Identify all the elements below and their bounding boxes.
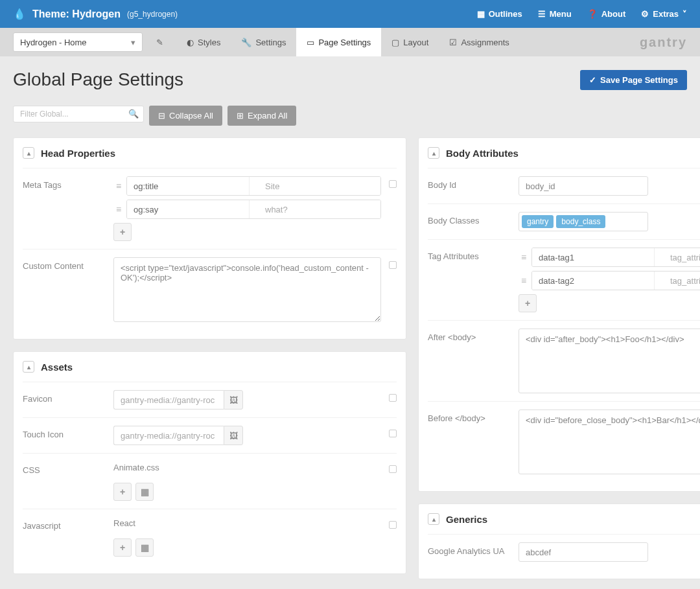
topbar-right: ▦Outlines ☰Menu ❓About ⚙Extras˅ xyxy=(477,9,687,19)
nav-tabs: ◐Styles 🔧Settings ▭Page Settings ▢Layout… xyxy=(176,28,520,56)
touch-icon-input[interactable] xyxy=(113,426,224,445)
theme-id: (g5_hydrogen) xyxy=(127,10,178,19)
meta-tags-list: ≡ ➤ ≡ ➤ xyxy=(113,176,381,241)
drag-handle-icon[interactable]: ≡ xyxy=(113,181,124,191)
nav-outlines[interactable]: ▦Outlines xyxy=(477,9,522,19)
meta-key-input[interactable] xyxy=(127,200,249,218)
add-meta-button[interactable]: + xyxy=(113,223,132,241)
kv-row: ≡ ➤ xyxy=(519,248,700,267)
field-label: Google Analytics UA xyxy=(428,542,519,562)
topbar: 💧 Theme: Hydrogen (g5_hydrogen) ▦Outline… xyxy=(0,0,700,28)
override-checkbox[interactable] xyxy=(389,261,397,269)
override-checkbox[interactable] xyxy=(389,521,397,529)
check-icon: ☑ xyxy=(449,38,457,47)
add-js-button[interactable]: + xyxy=(113,538,132,557)
meta-tags-row: Meta Tags ≡ ➤ ≡ xyxy=(23,168,397,249)
tag[interactable]: gantry xyxy=(522,215,554,228)
nav-extras[interactable]: ⚙Extras˅ xyxy=(641,9,687,19)
tab-settings[interactable]: 🔧Settings xyxy=(231,28,296,56)
drag-handle-icon[interactable]: ≡ xyxy=(113,204,124,214)
override-checkbox[interactable] xyxy=(389,465,397,473)
override-checkbox[interactable] xyxy=(389,394,397,402)
ga-input[interactable] xyxy=(519,542,648,562)
meta-value-input[interactable] xyxy=(250,200,380,218)
nav-menu[interactable]: ☰Menu xyxy=(538,9,572,19)
drag-handle-icon[interactable]: ≡ xyxy=(519,275,529,286)
js-item[interactable]: React xyxy=(113,517,381,528)
left-column: ▴ Head Properties Meta Tags ≡ ➤ xyxy=(13,137,406,579)
tab-settings-label: Settings xyxy=(255,38,286,47)
edit-outline-button[interactable]: ✎ xyxy=(150,33,169,51)
list-icon: ☰ xyxy=(538,9,546,19)
meta-value-input[interactable] xyxy=(250,177,380,195)
tag-key-input[interactable] xyxy=(532,271,654,290)
meta-key-input[interactable] xyxy=(127,177,249,195)
collapse-all-button[interactable]: ⊟Collapse All xyxy=(149,106,222,126)
tab-styles[interactable]: ◐Styles xyxy=(176,28,231,56)
custom-content-textarea[interactable] xyxy=(113,257,381,322)
filter-input[interactable] xyxy=(13,106,144,122)
chevron-down-icon: ▾ xyxy=(131,38,135,47)
js-row: Javascript React + ▦ xyxy=(23,509,397,564)
body-id-input[interactable] xyxy=(519,176,648,196)
field-label: Javascript xyxy=(23,517,113,557)
kv-pair: ➤ xyxy=(531,248,700,267)
css-item[interactable]: Animate.css xyxy=(113,461,381,472)
tab-assignments[interactable]: ☑Assignments xyxy=(439,28,519,56)
gear-icon: ⚙ xyxy=(641,9,649,19)
filter-search: 🔍 xyxy=(13,106,144,126)
search-icon[interactable]: 🔍 xyxy=(128,109,139,119)
collapse-toggle[interactable]: ▴ xyxy=(23,147,34,159)
nav-about-label: About xyxy=(601,9,626,19)
tag[interactable]: body_class xyxy=(556,215,605,228)
drag-handle-icon[interactable]: ≡ xyxy=(519,252,529,262)
drop-icon: 💧 xyxy=(13,8,26,20)
theme-title: Theme: Hydrogen xyxy=(32,8,121,20)
media-input: 🖼 xyxy=(113,426,243,445)
toolbar: 🔍 ⊟Collapse All ⊞Expand All xyxy=(13,106,687,126)
tag-attributes-list: ≡ ➤ ≡ ➤ xyxy=(519,248,700,312)
body-attributes-title: Body Attributes xyxy=(446,148,519,159)
before-body-textarea[interactable] xyxy=(519,410,700,474)
field-body xyxy=(113,257,381,322)
tab-layout[interactable]: ▢Layout xyxy=(381,28,439,56)
override-checkbox[interactable] xyxy=(389,180,397,188)
collapse-toggle[interactable]: ▴ xyxy=(23,361,34,373)
image-icon: 🖼 xyxy=(229,431,238,441)
navbar-left: Hydrogen - Home ▾ ✎ ◐Styles 🔧Settings ▭P… xyxy=(13,28,520,56)
favicon-input[interactable] xyxy=(113,390,224,410)
media-picker-button[interactable]: 🖼 xyxy=(224,390,243,410)
generics-card: ▴ Generics Google Analytics UA xyxy=(418,503,700,579)
tag-value-input[interactable] xyxy=(655,248,700,266)
tag-value-input[interactable] xyxy=(655,271,700,290)
tag-key-input[interactable] xyxy=(532,248,654,266)
expand-all-button[interactable]: ⊞Expand All xyxy=(228,106,296,126)
collapse-toggle[interactable]: ▴ xyxy=(428,513,439,525)
field-label: Meta Tags xyxy=(23,176,113,241)
tab-page-settings[interactable]: ▭Page Settings xyxy=(296,28,381,56)
add-tag-button[interactable]: + xyxy=(519,294,537,312)
kv-row: ≡ ➤ xyxy=(113,176,381,196)
after-body-textarea[interactable] xyxy=(519,329,700,393)
grid-js-button[interactable]: ▦ xyxy=(135,538,154,557)
grid-css-button[interactable]: ▦ xyxy=(135,483,154,501)
chevron-down-icon: ˅ xyxy=(682,9,687,19)
nav-about[interactable]: ❓About xyxy=(587,9,626,19)
custom-content-row: Custom Content xyxy=(23,249,397,330)
collapse-toggle[interactable]: ▴ xyxy=(428,147,439,159)
field-label: Custom Content xyxy=(23,257,113,322)
body-classes-input[interactable]: gantry body_class xyxy=(519,212,648,231)
field-label: After <body> xyxy=(428,329,519,393)
outline-select[interactable]: Hydrogen - Home ▾ xyxy=(13,32,143,52)
field-body: Animate.css + ▦ xyxy=(113,461,381,501)
navbar: Hydrogen - Home ▾ ✎ ◐Styles 🔧Settings ▭P… xyxy=(0,28,700,56)
topbar-left: 💧 Theme: Hydrogen (g5_hydrogen) xyxy=(13,8,178,20)
save-button[interactable]: ✓Save Page Settings xyxy=(580,70,687,90)
kv-pair: ➤ xyxy=(531,271,700,290)
override-checkbox[interactable] xyxy=(389,430,397,437)
body-id-row: Body Id xyxy=(428,168,700,203)
image-icon: 🖼 xyxy=(229,395,238,405)
add-css-button[interactable]: + xyxy=(113,483,132,501)
head-properties-title: Head Properties xyxy=(41,148,115,159)
media-picker-button[interactable]: 🖼 xyxy=(224,426,243,445)
